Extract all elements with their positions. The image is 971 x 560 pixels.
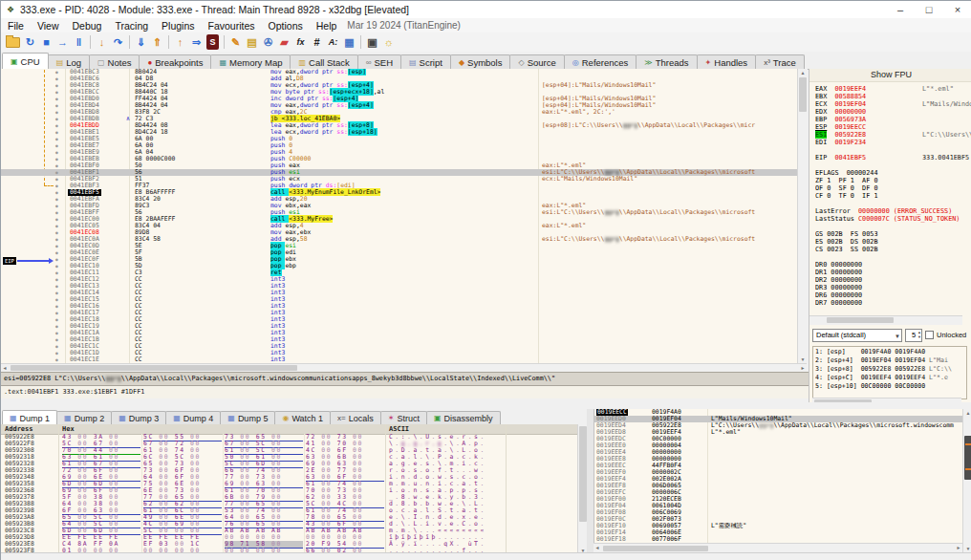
lightbulb-button[interactable]: ☼ xyxy=(380,34,397,50)
execute-till-return-button[interactable]: ⇒ xyxy=(188,34,205,50)
breakpoint-dot[interactable]: ● xyxy=(55,75,58,82)
breakpoint-dot[interactable]: ● xyxy=(55,156,58,162)
stack-row[interactable]: 0019EEF00000002C xyxy=(594,469,963,476)
registers-horizontal-scrollbar[interactable] xyxy=(809,315,962,325)
tab-threads[interactable]: ≫Threads xyxy=(636,54,697,69)
tab-breakpoints[interactable]: ●Breakpoints xyxy=(139,54,211,69)
restart-button[interactable]: ↻ xyxy=(22,34,38,50)
arguments-view[interactable]: 1: [esp] 0019F4A0 0019F4A02: [esp+4] 001… xyxy=(812,346,967,399)
argument-line[interactable]: 1: [esp] 0019F4A0 0019F4A0 xyxy=(815,348,964,356)
register-line[interactable]: EIP 0041EBF5333.0041EBF5 xyxy=(815,154,971,162)
stack-row[interactable]: 0019EEFC0000006C xyxy=(594,489,963,496)
disasm-row[interactable]: ●0041EBC88B4C24 04mov ecx,dword ptr ss:[… xyxy=(1,82,797,89)
menu-item-debug[interactable]: Debug xyxy=(66,20,109,32)
register-line[interactable]: CF 0 TF 0 IF 1 xyxy=(815,192,971,200)
scrollbar-thumb[interactable] xyxy=(799,77,807,112)
disasm-row[interactable]: ●0041EC1ECCint3 xyxy=(1,356,797,363)
breakpoint-dot[interactable]: ● xyxy=(55,209,58,216)
tab-memory-map[interactable]: ▦Memory Map xyxy=(210,54,291,69)
stack-row[interactable]: 0019EF180077006F xyxy=(594,536,963,543)
register-line[interactable]: DR1 00000000 xyxy=(815,269,971,276)
breakpoint-dot[interactable]: ● xyxy=(55,223,58,229)
tab-log[interactable]: ▤Log xyxy=(48,54,90,69)
tab-script[interactable]: ▤Script xyxy=(400,54,451,69)
register-line[interactable]: EDX 00000000 xyxy=(815,108,971,116)
pause-button[interactable]: ‖ xyxy=(71,34,87,50)
monitor-button[interactable]: ▣ xyxy=(364,34,380,50)
breakpoint-dot[interactable]: ● xyxy=(55,203,58,209)
breakpoint-dot[interactable]: ● xyxy=(55,276,58,283)
argument-line[interactable]: 5: [esp+10] 00C00000 00C00000 xyxy=(815,382,964,391)
registers-panel[interactable]: Show FPU EAX 0019EEF4L"*.eml"EBX 0058885… xyxy=(809,69,971,402)
register-line[interactable]: ESP 0019EECC xyxy=(815,123,971,131)
breakpoint-dot[interactable]: ● xyxy=(55,330,58,336)
scrollbar-thumb[interactable] xyxy=(827,317,894,323)
menu-item-favourites[interactable]: Favourites xyxy=(202,20,262,32)
scrollbar-thumb[interactable] xyxy=(579,426,587,522)
disasm-row[interactable]: ●0041EBC604 D8add al,D8 xyxy=(1,75,797,82)
breakpoint-dot[interactable]: ● xyxy=(55,169,58,176)
scrollbar-thumb[interactable] xyxy=(964,436,971,480)
breakpoint-dot[interactable]: ● xyxy=(55,290,58,296)
disasm-row[interactable]: ●0041EC15CCint3 xyxy=(1,296,797,303)
register-line[interactable] xyxy=(815,253,971,261)
stack-row[interactable]: 0019EEE400000000 xyxy=(594,449,963,456)
calling-convention-select[interactable]: Default (stdcall) ▼ xyxy=(812,329,902,342)
stack-vertical-scrollbar[interactable]: ▲ ▼ xyxy=(962,409,971,552)
memory-button[interactable]: ▦ xyxy=(341,34,357,50)
disasm-row[interactable]: ●0041EC105Dpop ebp xyxy=(1,263,797,269)
breakpoint-dot[interactable]: ● xyxy=(55,82,58,89)
breakpoint-dot[interactable]: ● xyxy=(55,256,58,263)
tab-locals[interactable]: x=Locals xyxy=(330,411,381,424)
comments-button[interactable]: ▤ xyxy=(244,34,260,50)
tab-trace[interactable]: x³Trace xyxy=(755,54,805,69)
stack-row[interactable]: 0019EEE800000000 xyxy=(594,456,963,463)
register-line[interactable]: DR2 00000000 xyxy=(815,276,971,284)
breakpoint-dot[interactable]: ● xyxy=(55,269,58,276)
breakpoint-dot[interactable]: ● xyxy=(55,283,58,290)
hash-button[interactable]: # xyxy=(309,34,325,50)
patches-button[interactable]: ✎ xyxy=(227,34,244,50)
stack-row[interactable]: 0019EEF4002E002A xyxy=(594,476,963,483)
register-line[interactable] xyxy=(815,162,971,169)
register-line[interactable]: LastError 00000000 (ERROR_SUCCESS) xyxy=(815,207,971,215)
tab-symbols[interactable]: ◆Symbols xyxy=(450,54,511,69)
register-line[interactable]: EFLAGS 00000244 xyxy=(815,169,971,177)
disasm-row[interactable]: ●0041EBD0FF4424 04inc dword ptr ss:[esp+… xyxy=(1,96,797,102)
open-file-button[interactable] xyxy=(6,37,20,48)
breakpoint-dot[interactable]: ● xyxy=(55,69,58,75)
minimize-button[interactable]: – xyxy=(886,1,915,18)
argument-line[interactable]: 3: [esp+8] 005922E8 005922E8 L"C:\\ xyxy=(815,365,964,374)
stack-row[interactable]: 0019EF040061004D xyxy=(594,503,963,509)
breakpoint-dot[interactable]: ● xyxy=(55,116,58,122)
tab-watch-1[interactable]: ◉Watch 1 xyxy=(274,411,331,424)
register-line[interactable]: EDI 0019F234 xyxy=(815,139,971,146)
close-button[interactable]: × xyxy=(943,1,971,18)
stack-row[interactable]: 0019EEDC00C00000 xyxy=(594,436,963,442)
disasm-row[interactable]: ●0041EC11C3ret xyxy=(1,269,797,276)
register-line[interactable]: DR7 00000000 xyxy=(815,299,971,307)
register-line[interactable]: CS 0023 SS 002B xyxy=(815,246,971,253)
scrollbar-thumb[interactable] xyxy=(11,365,297,371)
tab-dump-2[interactable]: ▦Dump 2 xyxy=(56,411,112,424)
dump-panel[interactable]: Address Hex ASCII 005922E843 00 3A 005C … xyxy=(1,424,577,554)
stack-row[interactable]: 0019EEEC44FFB0F4 xyxy=(594,463,963,469)
register-line[interactable]: ES 002B DS 002B xyxy=(815,238,971,246)
stack-row[interactable]: 0019EF140064006E xyxy=(594,529,963,536)
breakpoint-dot[interactable]: ● xyxy=(55,129,58,136)
breakpoint-dot[interactable]: ● xyxy=(55,89,58,96)
breakpoint-dot[interactable]: ● xyxy=(55,109,58,116)
disasm-row[interactable]: ●0041EBF251push ecxecx:L"Mails/Windows10… xyxy=(1,176,797,183)
disasm-row[interactable]: ●0041EBD48B4424 04mov eax,dword ptr ss:[… xyxy=(1,102,797,109)
disasm-row[interactable]: ●0041EC0E5Fpop edi xyxy=(1,249,797,256)
tab-handles[interactable]: ✦Handles xyxy=(697,54,757,69)
disasm-row[interactable]: ●0041EC13CCint3 xyxy=(1,283,797,290)
disasm-row[interactable]: ●0041EC0583C4 04add esp,4eax:L"*.eml" xyxy=(1,223,797,229)
breakpoint-dot[interactable]: ● xyxy=(55,310,58,316)
breakpoint-dot[interactable]: ● xyxy=(55,316,58,323)
disasm-row[interactable]: ●0041EBF5E8 B6AFFFFFcall <333.MyEnumFile… xyxy=(1,189,797,196)
breakpoint-dot[interactable]: ● xyxy=(55,263,58,269)
menu-item-tracing[interactable]: Tracing xyxy=(108,20,155,32)
tab-disassembly[interactable]: ▣Disassembly xyxy=(426,411,501,424)
breakpoint-dot[interactable]: ● xyxy=(55,243,58,249)
